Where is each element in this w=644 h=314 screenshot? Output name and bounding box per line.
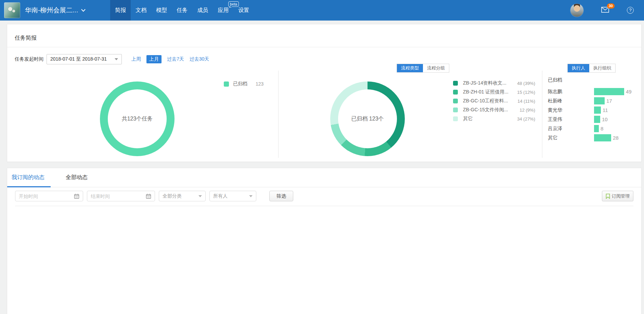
- nav-item-briefing[interactable]: 简报: [110, 0, 131, 21]
- toggle-process-type[interactable]: 流程类型: [397, 64, 423, 72]
- feed-filter-row: 全部分类 所有人 筛选 订阅管理: [15, 191, 633, 201]
- bar-value-label: 11: [603, 107, 608, 113]
- caret-down-icon: [249, 195, 253, 197]
- main-nav: 简报文档模型任务成员应用beta设置: [110, 0, 254, 21]
- feed-list-divider: [15, 206, 633, 206]
- quick-filter-past-7-days[interactable]: 过去7天: [167, 56, 184, 62]
- bar-chart-title: 已归档: [548, 77, 562, 83]
- bar: [594, 97, 605, 104]
- nav-item-members[interactable]: 成员: [192, 0, 213, 21]
- total-tasks-donut: 共123个任务: [100, 81, 175, 156]
- nav-item-label: 模型: [156, 7, 167, 14]
- date-range-dropdown[interactable]: 2018-07-01 至 2018-07-31: [47, 54, 122, 64]
- nav-item-tasks[interactable]: 任务: [172, 0, 192, 21]
- subscription-manage-button[interactable]: 订阅管理: [602, 191, 633, 201]
- category-value: 全部分类: [163, 193, 182, 199]
- quick-filter-last-week[interactable]: 上周: [131, 56, 141, 62]
- total-tasks-legend: 已归档 123: [224, 81, 263, 87]
- chevron-down-icon: [81, 9, 86, 12]
- toggle-executor[interactable]: 执行人: [568, 64, 589, 72]
- nav-item-settings[interactable]: 设置: [233, 0, 254, 21]
- nav-item-apps[interactable]: 应用beta: [213, 0, 233, 21]
- project-switcher[interactable]: 华南-柳州会展二...: [25, 6, 86, 15]
- feed-tab-subscribed[interactable]: 我订阅的动态: [7, 168, 51, 187]
- bar-category-label: 黄光华: [548, 107, 589, 113]
- category-select[interactable]: 全部分类: [159, 191, 206, 201]
- date-range-value: 2018-07-01 至 2018-07-31: [50, 56, 107, 62]
- person-select[interactable]: 所有人: [209, 191, 256, 201]
- end-time-input[interactable]: [91, 193, 146, 199]
- legend-value: 14 (11%): [517, 99, 535, 104]
- chart-divider: [278, 71, 279, 158]
- bar: [594, 116, 600, 123]
- help-icon[interactable]: ?: [627, 7, 634, 14]
- process-type-toggle: 流程类型流程分组: [397, 64, 449, 73]
- top-navbar: 华南-柳州会展二... 简报文档模型任务成员应用beta设置 30 ?: [0, 0, 644, 21]
- legend-swatch: [453, 81, 458, 86]
- quick-filter-last-month[interactable]: 上月: [146, 55, 162, 63]
- legend-swatch: [453, 99, 458, 103]
- bar-value-label: 17: [606, 98, 612, 104]
- bar: [594, 106, 601, 114]
- total-tasks-center-label: 共123个任务: [100, 81, 175, 156]
- bar: [594, 134, 611, 141]
- start-time-field[interactable]: [15, 191, 83, 201]
- end-time-field[interactable]: [87, 191, 155, 201]
- activity-feed-panel: 我订阅的动态全部动态 全部分类: [7, 168, 642, 314]
- legend-value: 12 (9%): [519, 108, 535, 113]
- legend-item: ZB-ZH-01 证照借用...15 (12%): [453, 89, 535, 95]
- start-time-input[interactable]: [19, 193, 74, 199]
- legend-item: ZB-JS-14资料收文...48 (39%): [453, 80, 535, 86]
- nav-item-model[interactable]: 模型: [151, 0, 172, 21]
- legend-value: 48 (39%): [517, 81, 535, 86]
- user-avatar[interactable]: [570, 4, 583, 17]
- filter-button[interactable]: 筛选: [269, 191, 293, 201]
- nav-item-label: 简报: [115, 7, 126, 14]
- nav-item-label: 设置: [238, 7, 249, 14]
- calendar-icon: [146, 193, 151, 199]
- quick-date-filters: 上周上月过去7天过去30天: [131, 55, 215, 63]
- nav-item-label: 任务: [177, 7, 188, 14]
- legend-label: ZB-JS-14资料收文...: [463, 80, 506, 86]
- nav-item-documents[interactable]: 文档: [131, 0, 151, 21]
- toggle-exec-org[interactable]: 执行组织: [589, 64, 615, 72]
- bar-category-label: 杜新峰: [548, 98, 589, 104]
- task-date-filter-row: 任务发起时间 2018-07-01 至 2018-07-31 上周上月过去7天过…: [7, 47, 641, 64]
- legend-value: 15 (12%): [517, 90, 535, 95]
- legend-item: 其它34 (27%): [453, 116, 535, 122]
- feed-tab-all[interactable]: 全部动态: [60, 168, 94, 187]
- nav-item-label: 成员: [197, 7, 208, 14]
- project-name: 华南-柳州会展二...: [25, 6, 78, 15]
- bar: [594, 125, 599, 132]
- legend-value: 34 (27%): [517, 116, 535, 122]
- legend-label: 其它: [463, 116, 473, 122]
- project-logo: [4, 2, 20, 18]
- bar: [594, 88, 624, 95]
- bookmark-icon: [606, 193, 610, 199]
- notifications-button[interactable]: 30: [601, 7, 609, 14]
- notification-count-badge: 30: [607, 3, 615, 9]
- legend-label: ZB-GC-10工程资料...: [463, 98, 508, 104]
- legend-item: ZB-GC-10工程资料...14 (11%): [453, 98, 535, 104]
- legend-label: ZB-GC-15文件传阅...: [463, 107, 508, 113]
- toggle-process-group[interactable]: 流程分组: [423, 64, 449, 72]
- panel-title: 任务简报: [7, 24, 641, 47]
- chart-divider: [542, 71, 542, 158]
- bar-category-label: 王亚伟: [548, 116, 589, 123]
- bar-value-label: 10: [602, 116, 608, 122]
- bar-value-label: 28: [613, 135, 619, 141]
- task-briefing-panel: 任务简报 任务发起时间 2018-07-01 至 2018-07-31 上周上月…: [7, 24, 642, 162]
- legend-swatch: [453, 90, 458, 95]
- bar-category-label: 吕京泽: [548, 126, 589, 132]
- legend-swatch: [453, 108, 458, 112]
- legend-label: 已归档: [233, 81, 247, 87]
- legend-item: ZB-GC-15文件传阅...12 (9%): [453, 107, 535, 113]
- person-value: 所有人: [213, 193, 228, 199]
- quick-filter-past-30-days[interactable]: 过去30天: [190, 56, 209, 62]
- archived-center-label: 已归档 123个: [330, 81, 405, 156]
- legend-value: 123: [256, 81, 263, 87]
- legend-swatch: [453, 116, 458, 121]
- bar-value-label: 8: [601, 126, 603, 131]
- archived-by-type-donut: 已归档 123个: [330, 81, 405, 156]
- legend-swatch: [224, 81, 229, 87]
